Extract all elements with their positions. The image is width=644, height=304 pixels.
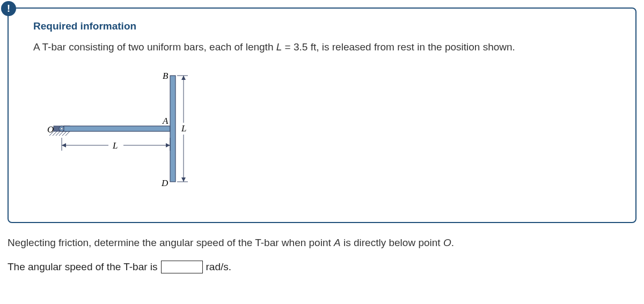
svg-marker-17 [181, 76, 186, 80]
problem-statement: A T-bar consisting of two uniform bars, … [33, 40, 616, 55]
label-L-horizontal: L [112, 140, 118, 151]
question-point-O: O [443, 237, 451, 248]
bar-BD [170, 76, 175, 182]
question-point-A: A [334, 237, 341, 248]
answer-unit: rad/s. [206, 261, 232, 273]
question-mid: is directly below point [341, 237, 443, 248]
label-B: B [163, 71, 169, 81]
svg-point-6 [61, 128, 63, 130]
label-D: D [161, 178, 169, 188]
bar-OA [64, 126, 170, 131]
required-info-box: ! Required information A T-bar consistin… [8, 8, 636, 223]
exclamation-icon: ! [1, 1, 16, 16]
problem-text-mid: = 3.5 ft, is released from rest in the p… [282, 41, 515, 53]
answer-pre-text: The angular speed of the T-bar is [8, 261, 158, 273]
question-pre: Neglecting friction, determine the angul… [8, 237, 334, 248]
problem-text-pre: A T-bar consisting of two uniform bars, … [33, 41, 276, 53]
angular-speed-input[interactable] [161, 261, 203, 273]
question-text: Neglecting friction, determine the angul… [8, 235, 636, 251]
label-A: A [162, 116, 169, 126]
required-info-heading: Required information [33, 20, 616, 32]
problem-variable-L: L [276, 41, 282, 53]
label-O: O [47, 124, 54, 135]
svg-marker-12 [166, 143, 170, 147]
question-end: . [451, 237, 454, 248]
answer-line: The angular speed of the T-bar is rad/s. [8, 261, 636, 273]
diagram-svg: O A B D L L [44, 70, 205, 204]
svg-marker-18 [181, 177, 186, 182]
label-L-vertical: L [181, 123, 186, 134]
tbar-diagram: O A B D L L [44, 70, 616, 207]
svg-marker-11 [62, 143, 66, 147]
